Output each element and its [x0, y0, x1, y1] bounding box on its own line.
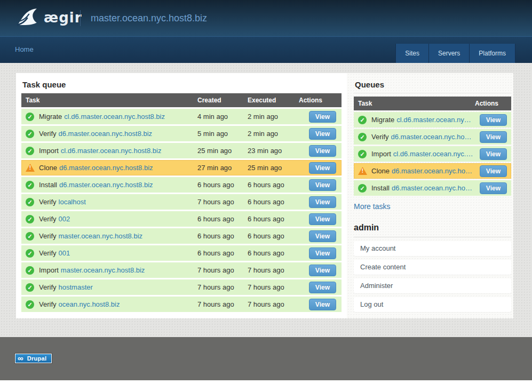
task-action-label: Install: [371, 184, 390, 192]
task-target-link[interactable]: d6.master.ocean.nyc.host8.biz: [59, 164, 153, 172]
task-action-label: Import: [371, 150, 391, 158]
tab-servers[interactable]: Servers: [428, 44, 469, 63]
table-row: !Cloned6.master.ocean.nyc.host8.bizView: [354, 163, 511, 179]
actions-cell: View: [299, 299, 342, 310]
view-button[interactable]: View: [309, 179, 336, 191]
view-button[interactable]: View: [480, 114, 507, 126]
view-button[interactable]: View: [309, 282, 336, 293]
task-target-link[interactable]: d6.master.ocean.nyc.host8.biz: [59, 181, 153, 189]
view-button[interactable]: View: [309, 230, 336, 242]
task-action-label: Verify: [39, 300, 57, 308]
executed-cell: 7 hours ago: [248, 300, 299, 308]
success-icon: ✓: [358, 184, 367, 193]
task-action-label: Import: [39, 266, 59, 274]
task-target-link[interactable]: cl.d6.master.ocean.nyc.host8.biz: [396, 116, 474, 124]
success-icon: ✓: [26, 232, 34, 241]
view-button[interactable]: View: [309, 128, 336, 140]
view-button[interactable]: View: [309, 213, 336, 225]
task-cell: ✓Installd6.master.ocean.nyc.host8.biz: [21, 181, 197, 189]
menu-item-create-content[interactable]: Create content: [354, 260, 511, 275]
bottom-strip: [0, 380, 532, 392]
table-row: ✓Verifyd6.master.ocean.nyc.host8.bizView: [354, 129, 511, 145]
success-icon: ✓: [26, 130, 34, 138]
actions-cell: View: [299, 179, 342, 191]
view-button[interactable]: View: [309, 196, 336, 208]
menu-item-administer[interactable]: Administer: [354, 278, 511, 293]
created-cell: 27 min ago: [197, 164, 248, 172]
task-target-link[interactable]: d6.master.ocean.nyc.host8.biz: [392, 167, 474, 175]
table-row: ✓Migratecl.d6.master.ocean.nyc.host8.biz…: [21, 109, 342, 124]
success-icon: ✓: [26, 113, 34, 121]
menu-item-my-account[interactable]: My account: [354, 241, 511, 256]
created-cell: 5 min ago: [197, 130, 248, 138]
table-row: ✓Verify0026 hours ago6 hours agoView: [21, 211, 342, 227]
task-cell: ✓Importmaster.ocean.nyc.host8.biz: [21, 266, 197, 275]
task-cell: ✓Verifyd6.master.ocean.nyc.host8.biz: [354, 133, 474, 141]
admin-menu-title: admin: [354, 223, 511, 237]
created-cell: 6 hours ago: [197, 181, 248, 189]
task-target-link[interactable]: master.ocean.nyc.host8.biz: [59, 232, 143, 240]
footer: ∞ Drupal: [0, 337, 532, 380]
view-button[interactable]: View: [309, 111, 336, 123]
tab-sites[interactable]: Sites: [395, 44, 428, 63]
nav-bar: Home SitesServersPlatforms: [0, 36, 532, 63]
task-cell: ✓Importcl.d6.master.ocean.nyc.host8.biz: [354, 150, 474, 158]
column-header-task: Task: [21, 97, 197, 104]
task-target-link[interactable]: cl.d6.master.ocean.nyc.host8.biz: [64, 113, 165, 121]
task-target-link[interactable]: master.ocean.nyc.host8.biz: [61, 266, 145, 274]
view-button[interactable]: View: [309, 299, 336, 310]
queues-rows: ✓Migratecl.d6.master.ocean.nyc.host8.biz…: [354, 112, 511, 196]
success-icon: ✓: [26, 215, 34, 223]
actions-cell: View: [299, 247, 342, 259]
task-action-label: Verify: [39, 232, 57, 240]
view-button[interactable]: View: [309, 247, 336, 259]
task-target-link[interactable]: d6.master.ocean.nyc.host8.biz: [59, 130, 153, 138]
menu-item-log-out[interactable]: Log out: [354, 297, 511, 312]
column-header-actions: Actions: [474, 100, 511, 107]
header-divider: [80, 10, 81, 26]
column-header-created: Created: [197, 97, 248, 104]
view-button[interactable]: View: [309, 145, 336, 157]
view-button[interactable]: View: [309, 162, 336, 174]
sidebar: Queues Task Actions ✓Migratecl.d6.master…: [354, 73, 511, 312]
view-button[interactable]: View: [480, 165, 507, 177]
task-cell: ✓Verify001: [21, 249, 197, 258]
task-target-link[interactable]: cl.d6.master.ocean.nyc.host8.biz: [393, 150, 474, 158]
task-target-link[interactable]: cl.d6.master.ocean.nyc.host8.biz: [61, 147, 162, 155]
created-cell: 7 hours ago: [197, 283, 248, 291]
tab-platforms[interactable]: Platforms: [469, 44, 515, 63]
success-icon: ✓: [358, 150, 367, 158]
brand-logo[interactable]: ægir: [16, 6, 82, 29]
task-target-link[interactable]: localhost: [59, 198, 86, 206]
table-row: ✓Installd6.master.ocean.nyc.host8.bizVie…: [354, 180, 511, 196]
task-target-link[interactable]: 001: [59, 249, 70, 257]
column-header-actions: Actions: [299, 97, 342, 104]
view-button[interactable]: View: [480, 148, 507, 160]
task-cell: ✓Verifylocalhost: [21, 198, 197, 206]
task-cell: ✓Verifyocean.nyc.host8.biz: [21, 300, 197, 309]
created-cell: 6 hours ago: [197, 249, 248, 257]
home-link[interactable]: Home: [15, 37, 34, 63]
view-button[interactable]: View: [480, 131, 507, 143]
site-title-link[interactable]: master.ocean.nyc.host8.biz: [91, 0, 207, 36]
task-target-link[interactable]: ocean.nyc.host8.biz: [59, 300, 120, 308]
table-row: !Cloned6.master.ocean.nyc.host8.biz27 mi…: [21, 160, 342, 175]
queues-table-header: Task Actions: [354, 97, 511, 110]
actions-cell: View: [474, 165, 511, 177]
task-cell: ✓Verifyhostmaster: [21, 283, 197, 292]
task-cell: !Cloned6.master.ocean.nyc.host8.biz: [21, 164, 197, 172]
admin-menu: My accountCreate contentAdministerLog ou…: [354, 241, 511, 312]
drupal-badge-link[interactable]: ∞ Drupal: [15, 354, 52, 363]
task-target-link[interactable]: hostmaster: [59, 283, 93, 291]
actions-cell: View: [299, 265, 342, 276]
task-target-link[interactable]: 002: [59, 215, 70, 223]
task-target-link[interactable]: d6.master.ocean.nyc.host8.biz: [392, 184, 474, 192]
view-button[interactable]: View: [309, 265, 336, 276]
view-button[interactable]: View: [480, 182, 507, 194]
task-target-link[interactable]: d6.master.ocean.nyc.host8.biz: [391, 133, 474, 141]
task-cell: ✓Migratecl.d6.master.ocean.nyc.host8.biz: [21, 113, 197, 121]
more-tasks-link[interactable]: More tasks: [354, 202, 390, 211]
task-cell: ✓Importcl.d6.master.ocean.nyc.host8.biz: [21, 147, 197, 155]
task-action-label: Migrate: [39, 113, 62, 121]
success-icon: ✓: [26, 266, 34, 275]
